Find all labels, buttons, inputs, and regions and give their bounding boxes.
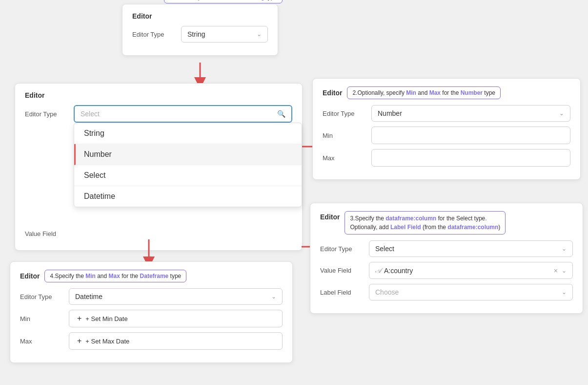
panel4-editor-type-select[interactable]: Select ⌄ — [369, 240, 573, 257]
clear-icon[interactable]: × — [554, 267, 558, 275]
panel3-editor-type-row: Editor Type Number ⌄ — [323, 105, 570, 122]
panel5-header: Editor 4.Specify the Min and Max for the… — [20, 270, 283, 282]
value-field-left: 𝒜 A:country — [375, 266, 413, 275]
panel2-editor-type-row: Editor Type Select 🔍 — [25, 105, 292, 123]
chevron-down-icon: ⌄ — [562, 245, 567, 252]
plus-icon: + — [77, 337, 81, 345]
panel4-label-field-select[interactable]: Choose ⌄ — [369, 284, 573, 300]
panel4-value-field-select[interactable]: 𝒜 A:country × ⌄ — [369, 262, 573, 279]
panel-string: Editor 1.No extra parameters for the Str… — [122, 4, 278, 56]
panel5-max-row: Max + + Set Max Date — [20, 332, 283, 350]
panel-number: Editor 2.Optionally, specify Min and Max… — [312, 78, 581, 180]
plus-icon: + — [77, 314, 81, 323]
chevron-down-icon: ⌄ — [562, 267, 567, 274]
chevron-down-icon: ⌄ — [562, 289, 567, 296]
panel5-max-date-button[interactable]: + + Set Max Date — [69, 332, 283, 350]
panel4-label-field-row: Label Field Choose ⌄ — [320, 284, 573, 300]
panel3-max-row: Max — [323, 149, 570, 167]
dropdown-item-datetime[interactable]: Datetime — [74, 186, 302, 207]
chevron-down-icon: ⌄ — [257, 31, 262, 38]
panel3-header: Editor 2.Optionally, specify Min and Max… — [323, 86, 570, 99]
panel4-label-field-label: Label Field — [320, 289, 369, 296]
panel5-editor-type-row: Editor Type Datetime ⌄ — [20, 288, 283, 305]
panel3-min-label: Min — [323, 132, 371, 139]
panel1-editor-type-label: Editor Type — [132, 31, 181, 38]
panel-dropdown: Editor Editor Type Select 🔍 String Numbe… — [15, 83, 303, 251]
panel4-header: Editor 3.Specify the dataframe:column fo… — [320, 211, 573, 235]
panel3-tooltip: 2.Optionally, specify Min and Max for th… — [347, 86, 501, 99]
panel2-value-field-row: Value Field — [25, 230, 292, 237]
search-icon: 🔍 — [277, 110, 285, 118]
chevron-down-icon: ⌄ — [559, 110, 564, 117]
panel3-editor-type-label: Editor Type — [323, 110, 371, 117]
panel4-editor-type-label: Editor Type — [320, 245, 369, 253]
panel5-min-label: Min — [20, 315, 69, 322]
search-placeholder: Select — [81, 110, 100, 118]
panel5-editor-type-select[interactable]: Datetime ⌄ — [69, 288, 283, 305]
panel1-editor-type-select[interactable]: String ⌄ — [181, 26, 268, 43]
panel5-tooltip: 4.Specify the Min and Max for the Datefr… — [44, 270, 186, 282]
panel-datetime: Editor 4.Specify the Min and Max for the… — [10, 261, 293, 363]
panel3-editor-type-select[interactable]: Number ⌄ — [371, 105, 570, 122]
panel5-min-date-button[interactable]: + + Set Min Date — [69, 310, 283, 327]
panel5-min-row: Min + + Set Min Date — [20, 310, 283, 327]
panel2-value-field-label: Value Field — [25, 230, 74, 237]
panel3-max-input[interactable] — [371, 149, 570, 167]
panel4-value-field-label: Value Field — [320, 267, 369, 274]
chevron-down-icon: ⌄ — [271, 293, 276, 300]
dropdown-item-number[interactable]: Number — [74, 144, 302, 165]
dropdown-item-select[interactable]: Select — [74, 165, 302, 186]
panel5-title: Editor — [20, 272, 40, 280]
panel2-title: Editor — [25, 91, 292, 99]
panel4-editor-type-row: Editor Type Select ⌄ — [320, 240, 573, 257]
dropdown-item-string[interactable]: String — [74, 123, 302, 144]
panel-select: Editor 3.Specify the dataframe:column fo… — [310, 203, 583, 314]
panel4-title: Editor — [320, 213, 340, 221]
panel2-editor-type-label: Editor Type — [25, 110, 74, 118]
panel3-min-row: Min — [323, 127, 570, 144]
panel4-value-field-row: Value Field 𝒜 A:country × ⌄ — [320, 262, 573, 279]
panel5-max-label: Max — [20, 338, 69, 345]
panel4-tooltip: 3.Specify the dataframe:column for the S… — [345, 211, 506, 235]
panel1-editor-type-row: Editor Type String ⌄ — [132, 26, 268, 43]
panel1-title: Editor — [132, 12, 268, 20]
panel5-editor-type-label: Editor Type — [20, 293, 69, 300]
font-icon: 𝒜 — [375, 266, 381, 275]
panel3-min-input[interactable] — [371, 127, 570, 144]
panel3-max-label: Max — [323, 154, 371, 162]
panel3-title: Editor — [323, 89, 342, 97]
panel1-tooltip: 1.No extra parameters for the String typ… — [164, 0, 283, 3]
dropdown-menu: String Number Select Datetime — [74, 123, 302, 207]
panel2-search-input[interactable]: Select 🔍 — [74, 105, 292, 123]
